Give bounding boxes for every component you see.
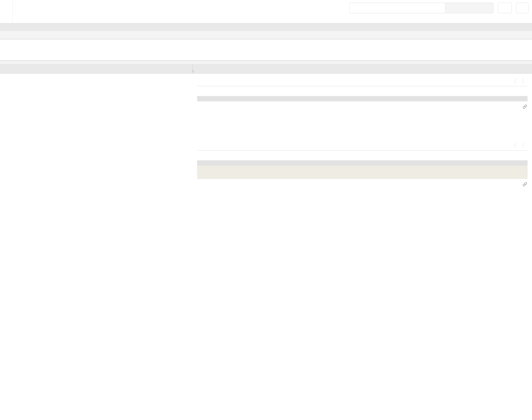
span-detail-meta — [511, 78, 528, 83]
top-bar-actions — [349, 3, 529, 13]
timeline-header — [193, 64, 532, 73]
minimap-gap — [0, 61, 532, 64]
span-id-row — [197, 101, 528, 111]
trace-view-selector[interactable] — [516, 3, 529, 13]
find-controls — [445, 3, 493, 13]
link-icon[interactable] — [523, 182, 527, 186]
span-id-row — [197, 179, 528, 188]
minimap-canvas[interactable] — [0, 39, 532, 61]
log-entry-toggle[interactable] — [200, 166, 524, 172]
logs-toggle[interactable] — [197, 160, 528, 166]
keyboard-shortcuts-button[interactable] — [498, 3, 512, 13]
span-detail-setup-container-user — [0, 138, 532, 281]
link-icon[interactable] — [523, 105, 527, 109]
trace-summary-bar — [0, 23, 532, 31]
find-group — [349, 3, 493, 13]
top-bar — [0, 0, 532, 23]
find-input[interactable] — [350, 3, 445, 13]
grid-header: ‖ — [0, 64, 532, 74]
back-button[interactable] — [0, 0, 13, 23]
span-detail-card — [193, 74, 532, 138]
span-detail-kubelet — [0, 74, 532, 138]
service-operation-header: ‖ — [0, 64, 193, 73]
log-footnote — [200, 172, 524, 175]
jaeger-trace-view: ‖ — [0, 0, 532, 420]
logs-toggle[interactable] — [197, 96, 528, 101]
log-entries — [197, 166, 528, 179]
span-detail-indent — [0, 74, 193, 138]
span-detail-indent — [0, 138, 193, 281]
span-rows — [0, 74, 532, 281]
span-detail-card — [193, 138, 532, 281]
minimap-tick-labels — [0, 31, 532, 39]
span-detail-meta — [511, 143, 528, 147]
